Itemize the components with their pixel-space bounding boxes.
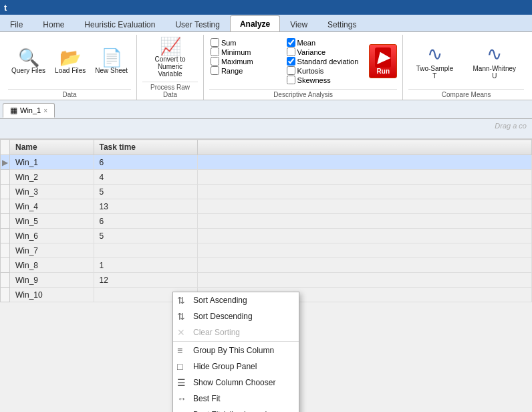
cell-name[interactable]: Win_7	[10, 243, 94, 258]
cell-name[interactable]: Win_3	[10, 185, 94, 199]
checkbox-range[interactable]: Range	[211, 66, 283, 75]
query-files-button[interactable]: 🔍 Query Files	[8, 46, 49, 77]
ctx-hide-group[interactable]: □ Hide Group Panel	[173, 358, 299, 375]
convert-numeric-icon: 📈	[160, 37, 181, 55]
process-group-content: 📈 Convert to Numeric Variable	[144, 35, 197, 80]
column-name-header[interactable]: Name	[10, 140, 94, 155]
two-sample-t-label: Two-Sample T	[413, 65, 456, 80]
new-sheet-button[interactable]: 📄 New Sheet	[92, 46, 131, 77]
doc-tab-win1[interactable]: ▦ Win_1 ×	[3, 103, 55, 118]
ribbon-group-process: 📈 Convert to Numeric Variable Process Ra…	[137, 35, 204, 100]
group-by-icon: ≡	[177, 345, 182, 356]
row-index	[1, 229, 10, 243]
cell-name[interactable]: Win_9	[10, 273, 94, 288]
sort-descending-icon: ⇅	[177, 311, 185, 322]
checkbox-minimum[interactable]: Minimum	[211, 47, 283, 56]
descriptive-group-content: Sum Mean Minimum Variance Maximum	[209, 35, 397, 88]
ctx-best-fit[interactable]: ↔ Best Fit	[173, 391, 299, 407]
table-row: Win_5 6	[1, 214, 532, 229]
run-label: Run	[377, 68, 390, 75]
column-extra-header[interactable]	[198, 140, 532, 155]
checkbox-range-input[interactable]	[211, 66, 219, 75]
checkbox-skewness[interactable]: Skewness	[287, 76, 359, 84]
cell-name[interactable]: Win_5	[10, 214, 94, 229]
context-menu: ⇅ Sort Ascending ⇅ Sort Descending ✕ Cle…	[172, 292, 299, 412]
cell-name[interactable]: Win_8	[10, 258, 94, 273]
checkbox-mean-input[interactable]	[287, 38, 295, 47]
hide-group-icon: □	[177, 361, 182, 372]
checkbox-maximum-input[interactable]	[211, 57, 219, 66]
cell-name[interactable]: Win_10	[10, 288, 94, 302]
query-files-label: Query Files	[11, 67, 45, 74]
data-grid: Name Task time ▶ Win_1 6 Win_2	[0, 139, 532, 302]
ctx-sort-descending[interactable]: ⇅ Sort Descending	[173, 308, 299, 324]
compare-group-label: Compare Means	[408, 89, 524, 98]
cell-tasktime[interactable]: 6	[94, 155, 198, 170]
checkbox-variance[interactable]: Variance	[287, 47, 359, 56]
table-row: ▶ Win_1 6	[1, 155, 532, 170]
cell-tasktime[interactable]: 4	[94, 170, 198, 185]
cell-name[interactable]: Win_6	[10, 229, 94, 243]
ctx-sort-ascending[interactable]: ⇅ Sort Ascending	[173, 292, 299, 308]
row-index	[1, 243, 10, 258]
cell-name[interactable]: Win_4	[10, 199, 94, 214]
ctx-sort-ascending-label: Sort Ascending	[193, 296, 247, 305]
table-row: Win_2 4	[1, 170, 532, 185]
checkbox-mean[interactable]: Mean	[287, 38, 359, 47]
ctx-best-fit-all[interactable]: ↔ Best Fit (all columns)	[173, 407, 299, 412]
mann-whitney-u-icon: ∿	[487, 43, 502, 65]
convert-numeric-button[interactable]: 📈 Convert to Numeric Variable	[144, 35, 197, 80]
checkbox-skewness-input[interactable]	[287, 76, 295, 84]
tab-file[interactable]: File	[0, 17, 33, 31]
cell-tasktime[interactable]: 6	[94, 214, 198, 229]
tab-home[interactable]: Home	[33, 17, 74, 31]
cell-name[interactable]: Win_1	[10, 155, 94, 170]
cell-tasktime[interactable]: 5	[94, 229, 198, 243]
checkbox-variance-input[interactable]	[287, 47, 295, 56]
row-index-header	[1, 140, 10, 155]
cell-tasktime[interactable]	[94, 243, 198, 258]
two-sample-t-button[interactable]: ∿ Two-Sample T	[408, 40, 460, 82]
load-files-button[interactable]: 📂 Load Files	[51, 46, 89, 77]
convert-numeric-label: Convert to Numeric Variable	[147, 56, 194, 78]
column-header-area: Drag a co	[0, 119, 532, 139]
table-row: Win_8 1	[1, 258, 532, 273]
checkbox-maximum[interactable]: Maximum	[211, 57, 283, 66]
cell-extra	[198, 170, 532, 185]
ctx-group-by[interactable]: ≡ Group By This Column	[173, 342, 299, 358]
checkbox-minimum-input[interactable]	[211, 47, 219, 56]
tab-view[interactable]: View	[280, 17, 317, 31]
tab-settings[interactable]: Settings	[317, 17, 366, 31]
cell-tasktime[interactable]: 12	[94, 273, 198, 288]
checkbox-std-dev[interactable]: Standard deviation	[287, 57, 359, 66]
cell-extra	[198, 199, 532, 214]
checkbox-kurtosis[interactable]: Kurtosis	[287, 66, 359, 75]
run-button[interactable]: ▶ Run	[369, 44, 397, 78]
tab-analyze[interactable]: Analyze	[230, 15, 280, 31]
column-tasktime-header[interactable]: Task time	[94, 140, 198, 155]
ctx-group-by-label: Group By This Column	[193, 346, 274, 355]
ctx-hide-group-label: Hide Group Panel	[193, 362, 257, 371]
app-icon: t	[4, 3, 7, 13]
checkbox-sum[interactable]: Sum	[211, 38, 283, 47]
compare-group-content: ∿ Two-Sample T ∿ Mann-Whitney U	[408, 35, 524, 88]
checkbox-sum-input[interactable]	[211, 38, 219, 47]
tab-heuristic[interactable]: Heuristic Evaluation	[74, 17, 165, 31]
cell-tasktime[interactable]: 13	[94, 199, 198, 214]
cell-name[interactable]: Win_2	[10, 170, 94, 185]
data-group-label: Data	[8, 89, 131, 98]
cell-extra	[198, 243, 532, 258]
cell-extra	[198, 273, 532, 288]
checkbox-kurtosis-input[interactable]	[287, 66, 295, 75]
data-group-content: 🔍 Query Files 📂 Load Files 📄 New Sheet	[8, 35, 131, 88]
cell-tasktime[interactable]: 1	[94, 258, 198, 273]
doc-tab-close[interactable]: ×	[43, 107, 47, 114]
checkbox-std-dev-input[interactable]	[287, 57, 295, 66]
ctx-sort-descending-label: Sort Descending	[193, 312, 253, 321]
row-index	[1, 273, 10, 288]
descriptive-checkboxes: Sum Mean Minimum Variance Maximum	[209, 37, 360, 86]
tab-user-testing[interactable]: User Testing	[165, 17, 229, 31]
ctx-show-chooser[interactable]: ☰ Show Column Chooser	[173, 375, 299, 391]
mann-whitney-u-button[interactable]: ∿ Mann-Whitney U	[465, 40, 524, 82]
cell-tasktime[interactable]: 5	[94, 185, 198, 199]
